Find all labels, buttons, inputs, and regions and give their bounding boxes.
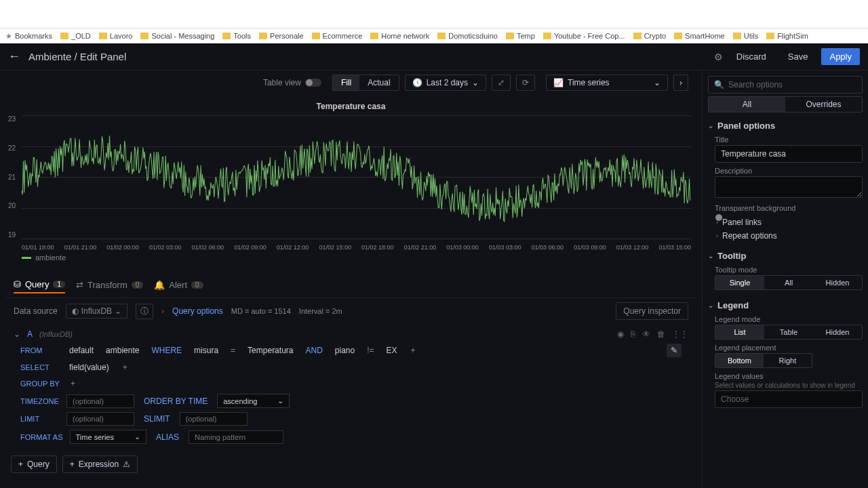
toggle-icon[interactable] [305,79,321,87]
bookmark-item[interactable]: Personale [259,32,304,40]
tooltip-single[interactable]: Single [715,276,764,289]
chart-legend[interactable]: ambiente [5,251,696,264]
add-where-button[interactable]: + [407,344,420,357]
legend-table[interactable]: Table [764,325,813,339]
section-tooltip[interactable]: ⌄Tooltip [708,248,863,264]
repeat-options-row[interactable]: ›Repeat options [708,229,863,243]
add-query-button[interactable]: +Query [11,455,57,473]
query-letter[interactable]: A [27,329,33,339]
legend-hidden[interactable]: Hidden [813,325,862,339]
tab-alert[interactable]: 🔔Alert0 [154,277,203,293]
title-input[interactable] [715,145,863,163]
info-icon[interactable]: ⓘ [136,304,153,319]
folder-icon [766,33,774,39]
folder-icon [633,33,642,39]
bookmark-item[interactable]: Temp [506,32,535,40]
refresh-button[interactable]: ⟳ [516,75,535,91]
chevron-down-icon: ⌄ [277,396,283,405]
tab-all[interactable]: All [709,97,785,112]
orderby-select[interactable]: ascending⌄ [217,394,290,408]
bookmark-item[interactable]: Utils [733,32,758,40]
legend-list[interactable]: List [715,325,764,339]
save-button[interactable]: Save [780,48,816,65]
datasource-label: Data source [14,306,58,316]
panel-toolbar: Table view Fill Actual 🕓 Last 2 days ⌄ ⤢… [5,70,696,95]
bookmark-item[interactable]: Tools [222,32,251,40]
plus-icon: + [18,460,23,469]
bookmark-item[interactable]: Domoticsduino [437,32,498,40]
gear-icon[interactable]: ⚙ [714,52,723,62]
section-panel-options[interactable]: ⌄Panel options [708,118,863,134]
tooltip-hidden[interactable]: Hidden [813,276,862,289]
query-source: (InfluxDB) [39,330,73,338]
actual-button[interactable]: Actual [359,75,398,90]
format-select[interactable]: Time series⌄ [70,430,146,444]
folder-icon [140,33,149,39]
zoom-out-button[interactable]: ⤢ [492,75,511,91]
bookmark-item[interactable]: ★Bookmarks [5,32,52,41]
edit-raw-button[interactable]: ✎ [667,344,682,357]
time-range-picker[interactable]: 🕓 Last 2 days ⌄ [405,75,486,91]
visualization-picker[interactable]: 📈Time series ⌄ [546,75,668,91]
chevron-down-icon: ⌄ [708,302,713,309]
slimit-input[interactable] [180,412,248,426]
tooltip-all[interactable]: All [764,276,813,289]
chart-plot[interactable] [22,115,691,241]
description-input[interactable] [715,176,863,198]
where-op2[interactable]: != [364,344,376,357]
influx-icon: ◐ [72,306,79,316]
from-default[interactable]: default [66,344,96,357]
bookmark-item[interactable]: Social - Messaging [140,32,214,40]
legend-right[interactable]: Right [764,354,812,367]
bookmark-item[interactable]: SmartHome [674,32,725,40]
panel-links-row[interactable]: ›Panel links [708,216,863,229]
select-field[interactable]: field(value) [66,361,112,373]
from-measurement[interactable]: ambiente [103,344,142,357]
fill-actual-toggle: Fill Actual [332,75,399,91]
table-view-toggle[interactable]: Table view [263,78,321,87]
datasource-select[interactable]: ◐InfluxDB⌄ [66,304,127,319]
fill-button[interactable]: Fill [333,75,359,90]
transparent-label: Transparent background [715,204,863,212]
legend-values-select[interactable]: Choose [715,390,863,408]
eye-icon[interactable]: 👁 [642,329,650,339]
tab-query[interactable]: ⛁Query1 [14,277,65,293]
where-tag2[interactable]: piano [332,344,357,357]
bookmark-item[interactable]: _OLD [60,32,91,40]
bookmark-item[interactable]: Youtube - Free Cop... [543,32,625,40]
alias-input[interactable] [189,430,283,444]
add-select-button[interactable]: + [119,361,132,373]
bookmark-item[interactable]: Ecommerce [312,32,363,40]
where-val[interactable]: Temperatura [245,344,296,357]
folder-icon [437,33,446,39]
discard-button[interactable]: Discard [728,48,774,65]
search-options-input[interactable]: 🔍Search options [708,76,863,94]
bookmark-item[interactable]: Home network [370,32,429,40]
where-val2[interactable]: EX [384,344,400,357]
format-key: FORMAT AS [20,433,63,441]
tab-transform[interactable]: ⇄Transform0 [76,277,143,293]
drag-icon[interactable]: ⋮⋮ [672,329,688,339]
duplicate-icon[interactable]: ◉ [617,329,624,339]
add-groupby-button[interactable]: + [66,378,79,390]
collapse-sidebar-button[interactable]: › [673,75,688,91]
where-op[interactable]: = [228,344,238,357]
back-arrow-icon[interactable]: ← [8,49,20,64]
query-options-link[interactable]: Query options [172,306,223,316]
limit-input[interactable] [66,412,134,426]
section-legend[interactable]: ⌄Legend [708,298,863,313]
chevron-down-icon: ⌄ [708,252,713,260]
legend-bottom[interactable]: Bottom [715,354,764,367]
collapse-query-icon[interactable]: ⌄ [14,329,20,339]
tab-overrides[interactable]: Overrides [785,97,862,112]
bookmark-item[interactable]: Lavoro [99,32,133,40]
add-expression-button[interactable]: +Expression ⚠ [62,455,138,473]
bookmark-item[interactable]: Crypto [633,32,666,40]
bookmark-item[interactable]: FlightSim [766,32,808,40]
trash-icon[interactable]: 🗑 [657,329,665,339]
apply-button[interactable]: Apply [821,48,860,65]
timezone-input[interactable] [66,394,134,408]
copy-icon[interactable]: ⎘ [631,329,635,339]
where-tag[interactable]: misura [191,344,221,357]
query-inspector-button[interactable]: Query inspector [616,302,688,320]
